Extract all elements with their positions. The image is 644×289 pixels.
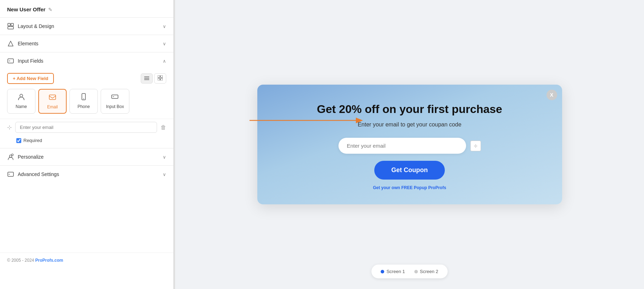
field-type-name[interactable]: Name <box>7 89 35 114</box>
input-fields-icon <box>7 57 14 64</box>
inputbox-field-icon <box>111 93 119 102</box>
svg-point-18 <box>12 154 13 156</box>
name-field-label: Name <box>16 104 27 109</box>
screen-2-label: Screen 2 <box>420 269 438 274</box>
left-panel: New User Offer ✎ Layout & Design ∨ <box>0 0 174 289</box>
svg-point-11 <box>20 94 23 97</box>
sidebar-item-elements[interactable]: Elements ∨ <box>0 35 173 52</box>
svg-rect-7 <box>158 75 160 78</box>
email-field-label: Email <box>47 104 58 109</box>
field-types-grid: Name Email <box>0 89 173 119</box>
popup-email-row: ⊹ <box>279 138 541 154</box>
view-toggle <box>141 73 166 84</box>
sidebar-item-personalize[interactable]: Personalize ∨ <box>0 148 173 165</box>
popup-close-button[interactable]: X <box>547 90 557 100</box>
input-fields-label: Input Fields <box>18 58 43 64</box>
right-panel: X Get 20% off on your first purchase Ent… <box>175 0 644 289</box>
required-row: Required <box>0 136 173 148</box>
personalize-icon <box>7 153 14 160</box>
field-type-email[interactable]: Email <box>38 89 67 114</box>
screen-1-selector[interactable]: Screen 1 <box>377 267 408 276</box>
grid-view-button[interactable] <box>154 73 166 84</box>
popup-cta-button[interactable]: Get Coupon <box>374 161 445 180</box>
svg-point-14 <box>83 98 84 99</box>
popup-drag-handle[interactable]: ⊹ <box>470 141 481 151</box>
sidebar-item-advanced-settings[interactable]: Advanced Settings ∨ <box>0 165 173 183</box>
popup-footer-text: Get your own FREE Popup ProProfs <box>279 185 541 190</box>
required-label: Required <box>23 138 42 143</box>
advanced-settings-icon <box>7 171 14 178</box>
email-field-icon <box>49 93 56 103</box>
panel-header: New User Offer ✎ <box>0 0 173 17</box>
phone-field-label: Phone <box>78 104 90 109</box>
inputbox-field-label: Input Box <box>106 104 124 109</box>
phone-field-icon <box>80 93 88 102</box>
input-fields-chevron: ∧ <box>163 58 166 64</box>
add-new-field-button[interactable]: + Add New Field <box>7 73 54 84</box>
popup-preview: X Get 20% off on your first purchase Ent… <box>257 85 562 204</box>
name-field-icon <box>17 93 25 102</box>
elements-icon <box>7 40 14 47</box>
svg-rect-3 <box>8 59 13 63</box>
screen-1-label: Screen 1 <box>386 269 405 274</box>
required-checkbox[interactable] <box>16 138 21 143</box>
layout-design-chevron: ∨ <box>163 24 166 29</box>
sidebar-item-layout-design[interactable]: Layout & Design ∨ <box>0 17 173 35</box>
screen-2-selector[interactable]: Screen 2 <box>411 267 442 276</box>
advanced-settings-chevron: ∨ <box>163 172 166 177</box>
svg-rect-2 <box>8 27 13 29</box>
screen-selector: Screen 1 Screen 2 <box>371 265 447 278</box>
svg-rect-15 <box>112 95 118 98</box>
field-delete-button[interactable]: 🗑 <box>161 124 166 131</box>
personalize-label: Personalize <box>18 154 44 160</box>
field-type-inputbox[interactable]: Input Box <box>101 89 129 114</box>
svg-rect-12 <box>49 95 56 100</box>
email-field-preview-input[interactable] <box>15 122 157 133</box>
svg-rect-9 <box>158 78 160 80</box>
screen-1-dot <box>381 270 384 273</box>
svg-rect-0 <box>8 23 10 26</box>
panel-title: New User Offer <box>7 6 45 12</box>
field-type-phone[interactable]: Phone <box>69 89 98 114</box>
input-fields-section: Input Fields ∧ + Add New Field <box>0 52 173 148</box>
svg-rect-1 <box>11 23 13 26</box>
add-field-row: + Add New Field <box>0 69 173 89</box>
advanced-settings-label: Advanced Settings <box>18 171 59 177</box>
list-view-button[interactable] <box>141 73 153 84</box>
screen-2-dot <box>414 270 418 273</box>
layout-design-label: Layout & Design <box>18 23 54 29</box>
elements-label: Elements <box>18 41 38 46</box>
layout-design-icon <box>7 23 14 30</box>
popup-email-input[interactable] <box>338 138 466 154</box>
footer-link[interactable]: ProProfs.com <box>35 258 63 263</box>
edit-icon[interactable]: ✎ <box>48 7 52 12</box>
svg-rect-8 <box>161 75 163 78</box>
main-layout: New User Offer ✎ Layout & Design ∨ <box>0 0 644 289</box>
svg-rect-10 <box>161 78 163 80</box>
personalize-chevron: ∨ <box>163 154 166 160</box>
elements-chevron: ∨ <box>163 41 166 46</box>
email-field-row: ⊹ 🗑 <box>0 119 173 136</box>
popup-subheadline: Enter your email to get your coupan code <box>279 121 541 128</box>
footer-copyright: © 2005 - 2024 <box>7 258 34 263</box>
field-drag-handle[interactable]: ⊹ <box>7 124 12 131</box>
sidebar-item-input-fields[interactable]: Input Fields ∧ <box>0 52 173 69</box>
popup-headline: Get 20% off on your first purchase <box>279 102 541 116</box>
